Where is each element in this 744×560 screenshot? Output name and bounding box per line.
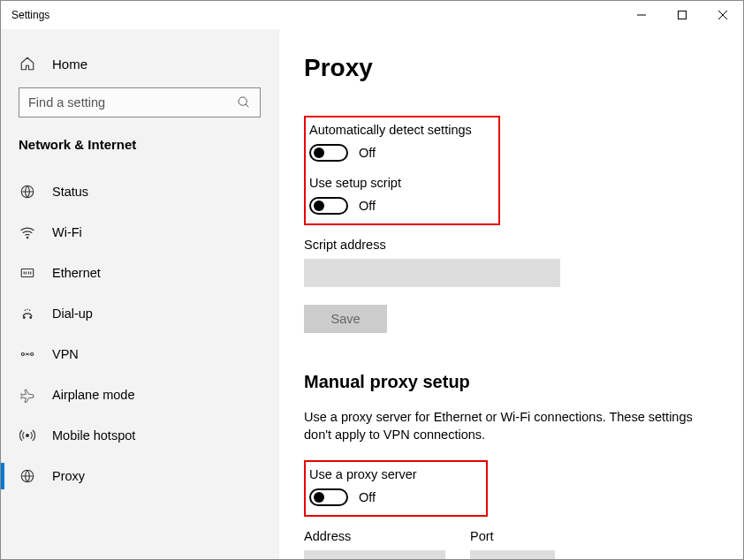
hotspot-icon — [19, 428, 36, 443]
airplane-icon — [19, 387, 36, 403]
home-label: Home — [52, 57, 87, 72]
use-proxy-toggle[interactable] — [309, 488, 348, 506]
category-title: Network & Internet — [1, 137, 278, 152]
toggle-knob — [314, 201, 324, 211]
nav-list: Status Wi-Fi Ethernet Dial-up — [1, 171, 278, 496]
script-address-label: Script address — [304, 238, 718, 252]
save-button-label: Save — [330, 312, 360, 326]
sidebar-item-label: Mobile hotspot — [52, 428, 135, 443]
auto-setup-highlight: Automatically detect settings Off Use se… — [304, 116, 500, 225]
vpn-icon — [19, 346, 36, 362]
close-icon — [718, 11, 727, 19]
sidebar-item-label: Airplane mode — [52, 388, 135, 402]
sidebar-item-status[interactable]: Status — [1, 171, 278, 212]
minimize-icon — [637, 11, 646, 19]
sidebar-item-label: Proxy — [52, 469, 85, 483]
use-proxy-highlight: Use a proxy server Off — [304, 460, 488, 517]
setup-script-label: Use setup script — [309, 176, 490, 190]
maximize-button[interactable] — [662, 1, 702, 29]
sidebar-item-label: VPN — [52, 347, 79, 361]
search-icon — [237, 95, 251, 110]
home-nav[interactable]: Home — [1, 47, 278, 80]
svg-rect-8 — [21, 269, 34, 277]
toggle-knob — [314, 148, 324, 158]
proxy-icon — [19, 468, 36, 484]
sidebar-item-label: Wi-Fi — [52, 225, 82, 239]
port-label: Port — [470, 529, 555, 543]
svg-point-9 — [23, 317, 25, 319]
manual-setup-desc: Use a proxy server for Ethernet or Wi-Fi… — [304, 408, 710, 444]
svg-point-12 — [31, 353, 34, 356]
search-placeholder: Find a setting — [28, 95, 105, 110]
window-title: Settings — [1, 9, 49, 21]
home-icon — [19, 56, 36, 72]
window-controls — [621, 1, 743, 29]
svg-point-11 — [21, 353, 24, 356]
sidebar-item-proxy[interactable]: Proxy — [1, 456, 278, 496]
status-icon — [19, 184, 36, 200]
sidebar-item-hotspot[interactable]: Mobile hotspot — [1, 415, 278, 456]
sidebar-item-label: Status — [52, 185, 88, 199]
address-input[interactable] — [304, 550, 445, 559]
use-proxy-label: Use a proxy server — [309, 467, 477, 481]
sidebar-item-wifi[interactable]: Wi-Fi — [1, 212, 278, 253]
svg-point-13 — [27, 435, 29, 437]
use-proxy-state: Off — [359, 490, 376, 504]
close-button[interactable] — [702, 1, 743, 29]
port-input[interactable] — [470, 550, 555, 559]
sidebar-item-vpn[interactable]: VPN — [1, 334, 278, 375]
save-button[interactable]: Save — [304, 305, 387, 333]
svg-line-5 — [246, 104, 248, 107]
auto-detect-label: Automatically detect settings — [309, 123, 490, 137]
sidebar-item-label: Ethernet — [52, 266, 101, 280]
page-title: Proxy — [304, 54, 718, 82]
sidebar-item-ethernet[interactable]: Ethernet — [1, 253, 278, 293]
sidebar-item-airplane[interactable]: Airplane mode — [1, 375, 278, 415]
search-input[interactable]: Find a setting — [19, 87, 261, 117]
sidebar-item-label: Dial-up — [52, 306, 93, 321]
maximize-icon — [678, 11, 687, 19]
sidebar-item-dialup[interactable]: Dial-up — [1, 293, 278, 334]
auto-detect-state: Off — [359, 146, 376, 160]
wifi-icon — [19, 224, 36, 240]
setup-script-state: Off — [359, 199, 376, 213]
address-label: Address — [304, 529, 445, 543]
ethernet-icon — [19, 265, 36, 281]
main-content: Proxy Automatically detect settings Off … — [279, 29, 743, 559]
manual-setup-title: Manual proxy setup — [304, 372, 718, 392]
minimize-button[interactable] — [621, 1, 662, 29]
svg-point-4 — [239, 97, 247, 105]
script-address-input[interactable] — [304, 259, 560, 287]
dialup-icon — [19, 306, 36, 322]
svg-rect-1 — [679, 11, 687, 19]
setup-script-toggle[interactable] — [309, 197, 348, 215]
auto-detect-toggle[interactable] — [309, 144, 348, 162]
titlebar: Settings — [1, 1, 743, 29]
toggle-knob — [314, 492, 324, 503]
svg-point-10 — [30, 317, 32, 319]
svg-point-7 — [27, 237, 28, 238]
sidebar: Home Find a setting Network & Internet S… — [1, 29, 279, 559]
